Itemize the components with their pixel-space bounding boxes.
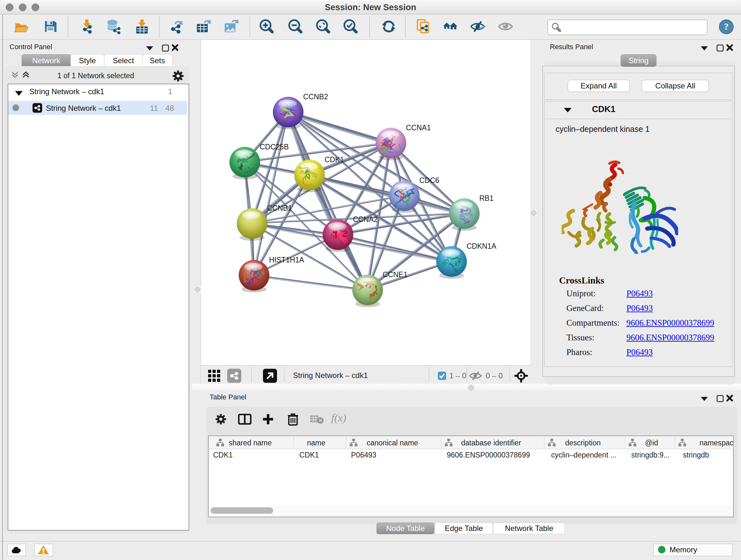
svg-text:CCNE1: CCNE1 bbox=[383, 270, 408, 279]
svg-text:CDC25B: CDC25B bbox=[260, 143, 289, 151]
svg-text:CCNA1: CCNA1 bbox=[406, 124, 431, 132]
svg-text:RB1: RB1 bbox=[479, 194, 494, 202]
svg-text:CCNA2: CCNA2 bbox=[353, 215, 378, 224]
svg-text:CDK1: CDK1 bbox=[325, 155, 344, 164]
svg-text:?: ? bbox=[724, 21, 729, 32]
svg-text:CDC6: CDC6 bbox=[419, 176, 440, 185]
svg-text:CCNB2: CCNB2 bbox=[303, 92, 328, 101]
svg-text:CCNB1: CCNB1 bbox=[267, 204, 292, 212]
svg-text:CDKN1A: CDKN1A bbox=[467, 242, 496, 250]
svg-text:HIST1H1A: HIST1H1A bbox=[269, 256, 305, 264]
